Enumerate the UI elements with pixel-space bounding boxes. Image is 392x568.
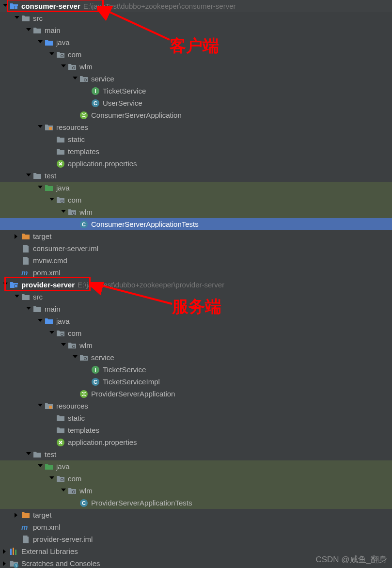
file-application-properties[interactable]: application.properties <box>0 436 392 448</box>
expand-icon[interactable] <box>14 15 20 22</box>
folder-label: test <box>45 172 56 180</box>
expand-icon[interactable] <box>60 63 67 70</box>
package-label: com <box>68 50 81 59</box>
expand-icon[interactable] <box>72 354 78 361</box>
package-icon <box>79 353 88 362</box>
expand-icon[interactable] <box>48 475 55 482</box>
file-pom[interactable]: pom.xml <box>0 521 392 533</box>
folder-src[interactable]: src <box>0 12 392 24</box>
watermark: CSDN @咸鱼_翻身 <box>315 554 387 565</box>
expand-icon[interactable] <box>37 318 44 325</box>
folder-label: java <box>56 462 70 471</box>
expand-icon[interactable] <box>37 185 44 191</box>
class-ticket-service-impl[interactable]: TicketServiceImpl <box>0 376 392 388</box>
collapse-icon[interactable] <box>14 512 20 519</box>
expand-icon[interactable] <box>48 330 55 337</box>
package-test-com[interactable]: com <box>0 473 392 485</box>
expand-icon[interactable] <box>25 306 32 313</box>
package-wlm[interactable]: wlm <box>0 339 392 351</box>
folder-test[interactable]: test <box>0 170 392 182</box>
folder-icon <box>56 414 65 423</box>
package-service[interactable]: service <box>0 73 392 85</box>
file-label: provider-server.iml <box>33 535 93 543</box>
file-label: pom.xml <box>33 268 61 277</box>
package-icon <box>79 75 88 83</box>
expand-icon[interactable] <box>37 39 44 46</box>
package-test-wlm[interactable]: wlm <box>0 206 392 218</box>
class-provider-tests[interactable]: ProviderServerApplicationTests <box>0 497 392 509</box>
package-service[interactable]: service <box>0 351 392 363</box>
module-consumer-server[interactable]: consumer-server E:\javaTest\dubbo+zookee… <box>0 0 392 12</box>
expand-icon[interactable] <box>14 294 20 300</box>
package-icon <box>68 341 77 350</box>
folder-label: main <box>45 26 61 34</box>
excluded-folder-icon <box>21 232 30 241</box>
class-user-service[interactable]: UserService <box>0 97 392 109</box>
package-test-com[interactable]: com <box>0 194 392 206</box>
folder-target[interactable]: target <box>0 230 392 242</box>
expand-icon[interactable] <box>37 124 44 131</box>
class-icon <box>79 220 88 229</box>
package-icon <box>56 50 65 59</box>
file-label: application.properties <box>68 438 137 446</box>
test-folder-icon <box>45 184 53 192</box>
expand-icon[interactable] <box>60 488 67 494</box>
folder-resources[interactable]: resources <box>0 400 392 412</box>
resources-folder-icon <box>45 123 53 132</box>
expand-icon[interactable] <box>48 51 55 58</box>
expand-icon[interactable] <box>2 282 9 288</box>
expand-icon[interactable] <box>2 3 9 10</box>
package-wlm[interactable]: wlm <box>0 61 392 73</box>
expand-icon[interactable] <box>25 451 32 458</box>
class-consumer-application[interactable]: ConsumerServerApplication <box>0 109 392 121</box>
expand-icon[interactable] <box>37 403 44 410</box>
spring-icon <box>79 111 88 120</box>
expand-icon[interactable] <box>72 76 78 82</box>
module-provider-server[interactable]: provider-server E:\javaTest\dubbo+zookee… <box>0 279 392 291</box>
folder-target[interactable]: target <box>0 509 392 521</box>
folder-test-java[interactable]: java <box>0 182 392 194</box>
folder-templates[interactable]: templates <box>0 424 392 436</box>
folder-label: static <box>68 414 85 422</box>
interface-ticket-service[interactable]: TicketService <box>0 85 392 97</box>
source-folder-icon <box>45 317 53 326</box>
package-icon <box>68 63 77 71</box>
collapse-icon[interactable] <box>2 560 9 567</box>
file-application-properties[interactable]: application.properties <box>0 158 392 170</box>
expand-icon[interactable] <box>25 27 32 34</box>
expand-icon[interactable] <box>60 342 67 349</box>
module-name: consumer-server <box>21 2 80 10</box>
folder-icon <box>21 293 30 301</box>
folder-resources[interactable]: resources <box>0 121 392 133</box>
class-icon <box>79 499 88 507</box>
file-pom[interactable]: pom.xml <box>0 267 392 279</box>
collapse-icon[interactable] <box>2 548 9 555</box>
folder-templates[interactable]: templates <box>0 145 392 158</box>
package-com[interactable]: com <box>0 327 392 339</box>
expand-icon[interactable] <box>48 197 55 204</box>
properties-icon <box>56 159 65 168</box>
file-iml[interactable]: consumer-server.iml <box>0 242 392 254</box>
folder-label: static <box>68 135 85 143</box>
collapse-icon[interactable] <box>14 233 20 240</box>
excluded-folder-icon <box>21 511 30 520</box>
folder-test[interactable]: test <box>0 448 392 460</box>
package-test-wlm[interactable]: wlm <box>0 485 392 497</box>
interface-icon <box>91 365 100 374</box>
libraries-icon <box>10 547 18 556</box>
package-label: com <box>68 474 81 483</box>
class-label: TicketService <box>103 365 146 374</box>
package-icon <box>56 329 65 338</box>
expand-icon[interactable] <box>25 173 32 179</box>
file-mvnw[interactable]: mvnw.cmd <box>0 254 392 267</box>
file-label: mvnw.cmd <box>33 256 67 265</box>
expand-icon[interactable] <box>37 463 44 470</box>
folder-static[interactable]: static <box>0 412 392 424</box>
folder-test-java[interactable]: java <box>0 460 392 473</box>
interface-ticket-service[interactable]: TicketService <box>0 363 392 376</box>
class-provider-application[interactable]: ProviderServerApplication <box>0 388 392 400</box>
folder-static[interactable]: static <box>0 133 392 145</box>
class-consumer-tests[interactable]: ConsumerServerApplicationTests <box>0 218 392 230</box>
file-iml[interactable]: provider-server.iml <box>0 533 392 545</box>
expand-icon[interactable] <box>60 209 67 216</box>
